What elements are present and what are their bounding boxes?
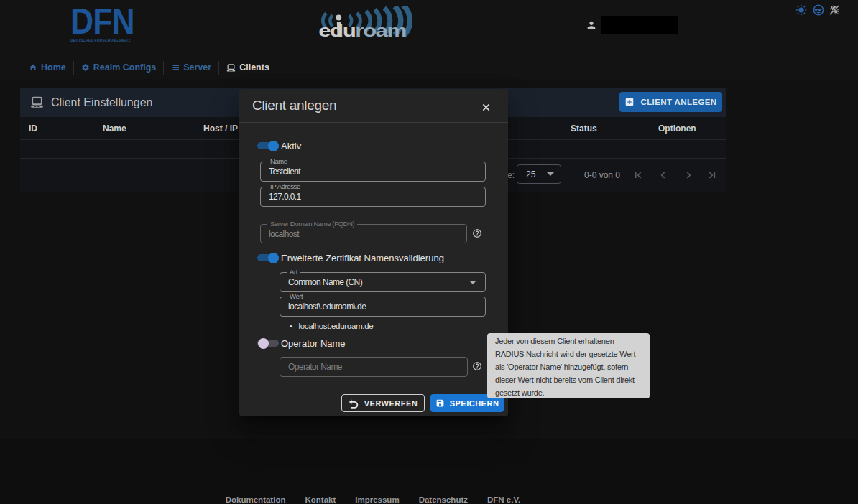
svg-text:eduroam: eduroam <box>318 21 406 39</box>
